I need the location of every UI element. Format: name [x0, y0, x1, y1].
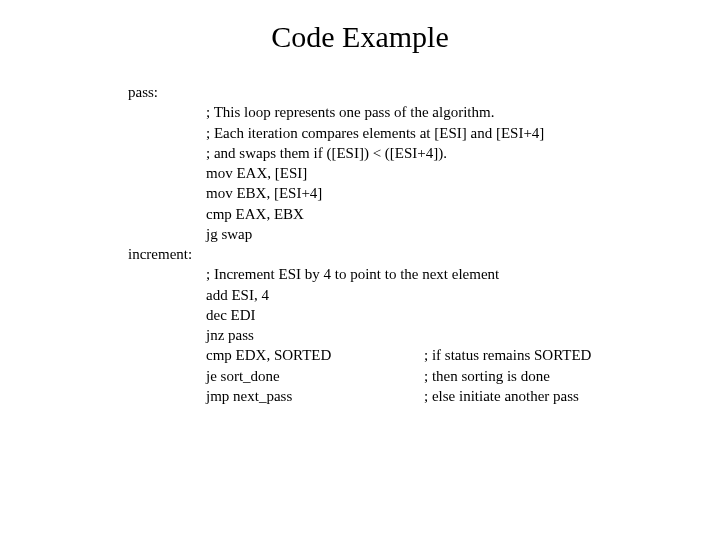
code-label-pass: pass:: [128, 82, 720, 102]
code-comment: ; This loop represents one pass of the a…: [206, 102, 720, 122]
slide-title: Code Example: [0, 20, 720, 54]
code-instruction: jnz pass: [206, 325, 720, 345]
code-instruction: jmp next_pass: [206, 386, 424, 406]
code-comment: ; else initiate another pass: [424, 386, 720, 406]
code-row: je sort_done ; then sorting is done: [206, 366, 720, 386]
code-instruction: mov EAX, [ESI]: [206, 163, 720, 183]
code-comment: ; Increment ESI by 4 to point to the nex…: [206, 264, 720, 284]
code-instruction: add ESI, 4: [206, 285, 720, 305]
code-block: pass: ; This loop represents one pass of…: [128, 82, 720, 406]
code-comment: ; and swaps them if ([ESI]) < ([ESI+4]).: [206, 143, 720, 163]
code-instruction: cmp EDX, SORTED: [206, 345, 424, 365]
code-instruction: dec EDI: [206, 305, 720, 325]
code-comment: ; Each iteration compares elements at [E…: [206, 123, 720, 143]
code-instruction: jg swap: [206, 224, 720, 244]
code-comment: ; then sorting is done: [424, 366, 720, 386]
slide: Code Example pass: ; This loop represent…: [0, 0, 720, 540]
code-instruction: mov EBX, [ESI+4]: [206, 183, 720, 203]
code-instruction: cmp EAX, EBX: [206, 204, 720, 224]
code-instruction: je sort_done: [206, 366, 424, 386]
code-row: cmp EDX, SORTED ; if status remains SORT…: [206, 345, 720, 365]
code-row: jmp next_pass ; else initiate another pa…: [206, 386, 720, 406]
code-label-increment: increment:: [128, 244, 720, 264]
code-comment: ; if status remains SORTED: [424, 345, 720, 365]
